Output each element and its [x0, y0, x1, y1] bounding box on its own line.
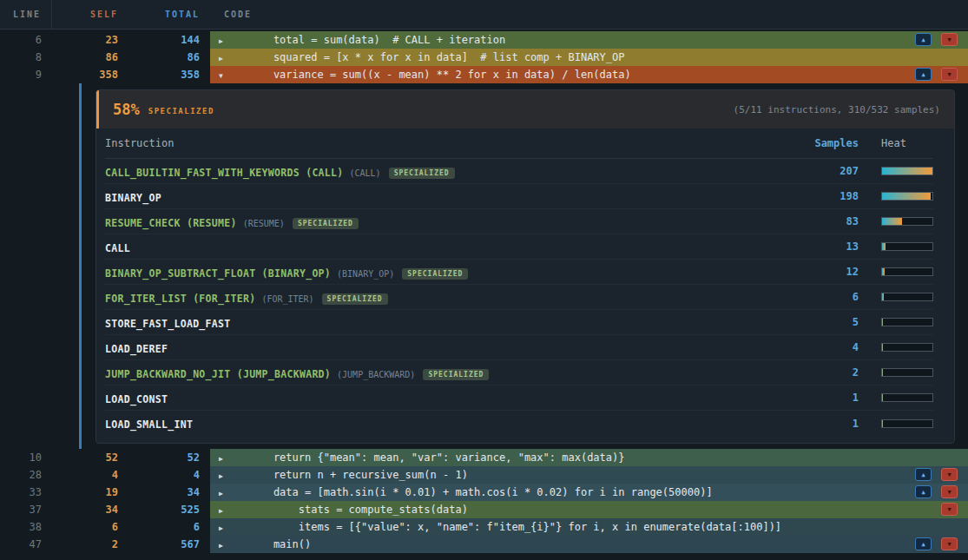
heat-bar-fill [882, 293, 884, 300]
expand-arrow-icon[interactable]: ▶ [210, 520, 248, 536]
instruction-name: LOAD_CONST [105, 393, 168, 405]
heat-bar [881, 217, 933, 226]
instruction-base-name: (FOR_ITER) [261, 294, 313, 304]
instruction-row: RESUME_CHECK (RESUME)(RESUME)SPECIALIZED… [105, 209, 933, 234]
heat-bar-fill [882, 420, 883, 427]
expand-arrow-icon[interactable]: ▶ [210, 468, 248, 484]
instruction-name: LOAD_DEREF [105, 343, 168, 355]
instruction-samples: 1 [798, 418, 859, 430]
heat-bar-fill [882, 394, 883, 401]
code-cell[interactable]: ▶ return n + recursive_sum(n - 1)▲▼ [210, 466, 968, 484]
row-nav-buttons: ▲▼ [915, 68, 958, 81]
specialization-counts: (5/11 instructions, 310/532 samples) [734, 104, 940, 115]
expand-arrow-icon[interactable]: ▶ [210, 50, 248, 66]
instruction-row: CALL 13 [105, 234, 933, 260]
expand-arrow-icon[interactable]: ▶ [210, 451, 248, 466]
samples-column-header[interactable]: Samples [798, 137, 859, 149]
line-number: 33 [0, 484, 52, 501]
expand-arrow-icon[interactable]: ▼ [210, 68, 248, 83]
instruction-rows: CALL_BUILTIN_FAST_WITH_KEYWORDS (CALL)(C… [105, 159, 933, 436]
row-nav-buttons: ▲▼ [915, 537, 958, 550]
instruction-row: LOAD_SMALL_INT 1 [105, 411, 933, 436]
instruction-name: JUMP_BACKWARD_NO_JIT (JUMP_BACKWARD) [105, 368, 331, 380]
heat-bar-fill [882, 344, 883, 351]
jump-down-button[interactable]: ▼ [941, 503, 958, 516]
jump-up-button[interactable]: ▲ [915, 33, 932, 46]
code-line-row[interactable]: 10 52 52 ▶ return {"mean": mean, "var": … [0, 449, 968, 466]
jump-up-button[interactable]: ▲ [915, 537, 932, 550]
specialized-badge: SPECIALIZED [322, 293, 388, 305]
jump-down-button[interactable]: ▼ [941, 485, 958, 498]
code-cell[interactable]: ▶ stats = compute_stats(data)▲▼ [210, 501, 968, 518]
jump-up-button[interactable]: ▲ [915, 468, 932, 481]
code-cell[interactable]: ▼ variance = sum((x - mean) ** 2 for x i… [210, 66, 968, 83]
instruction-row: FOR_ITER_LIST (FOR_ITER)(FOR_ITER)SPECIA… [105, 285, 933, 310]
instruction-name: BINARY_OP_SUBTRACT_FLOAT (BINARY_OP) [105, 267, 331, 280]
code-text: return {"mean": mean, "var": variance, "… [248, 451, 624, 464]
code-rows-top: 6 23 144 ▶ total = sum(data) # CALL + it… [0, 31, 968, 83]
total-samples: 358 [128, 66, 208, 83]
instruction-name-cell: FOR_ITER_LIST (FOR_ITER)(FOR_ITER)SPECIA… [105, 289, 798, 306]
instruction-name: RESUME_CHECK (RESUME) [105, 217, 237, 229]
self-samples: 4 [52, 466, 128, 484]
code-line-row[interactable]: 47 2 567 ▶ main()▲▼ [0, 536, 968, 553]
code-text: return n + recursive_sum(n - 1) [248, 469, 468, 481]
total-samples: 4 [128, 466, 208, 484]
jump-up-button[interactable]: ▲ [915, 68, 932, 81]
expand-arrow-icon[interactable]: ▶ [210, 537, 248, 553]
self-samples: 358 [52, 66, 128, 83]
code-cell[interactable]: ▶ total = sum(data) # CALL + iteration▲▼ [210, 31, 968, 49]
code-line-row[interactable]: 37 34 525 ▶ stats = compute_stats(data)▲… [0, 501, 968, 518]
code-line-row[interactable]: 38 6 6 ▶ items = [{"value": x, "name": f… [0, 518, 968, 536]
instruction-name-cell: LOAD_DEREF [105, 339, 798, 356]
instruction-table-header: Instruction Samples Heat [105, 128, 933, 159]
col-header-total[interactable]: TOTAL [128, 0, 208, 29]
instruction-samples: 6 [798, 291, 859, 303]
instruction-name-cell: BINARY_OP [105, 188, 798, 205]
self-samples: 34 [52, 501, 128, 518]
heat-bar-fill [882, 193, 931, 200]
code-cell[interactable]: ▶ items = [{"value": x, "name": f"item_{… [210, 518, 968, 536]
heat-bar [881, 393, 933, 402]
instruction-samples: 1 [798, 392, 859, 404]
expand-arrow-icon[interactable]: ▶ [210, 503, 248, 518]
heat-bar-fill [882, 218, 902, 225]
code-line-row[interactable]: 28 4 4 ▶ return n + recursive_sum(n - 1)… [0, 466, 968, 484]
jump-down-button[interactable]: ▼ [941, 68, 958, 81]
instruction-row: LOAD_CONST 1 [105, 385, 933, 411]
specialized-badge: SPECIALIZED [389, 168, 455, 179]
jump-down-button[interactable]: ▼ [941, 468, 958, 481]
code-cell[interactable]: ▶ data = [math.sin(i * 0.01) + math.cos(… [210, 484, 968, 501]
instruction-samples: 4 [798, 341, 859, 353]
jump-down-button[interactable]: ▼ [941, 33, 958, 46]
code-rows-bottom: 10 52 52 ▶ return {"mean": mean, "var": … [0, 449, 968, 553]
col-header-self[interactable]: SELF [52, 0, 128, 29]
total-samples: 525 [128, 501, 208, 518]
code-line-row[interactable]: 8 86 86 ▶ squared = [x * x for x in data… [0, 49, 968, 66]
specialized-badge: SPECIALIZED [423, 369, 489, 380]
profiler-app: LINE SELF TOTAL CODE 6 23 144 ▶ total = … [0, 0, 968, 560]
code-text: items = [{"value": x, "name": f"item_{i}… [248, 521, 781, 533]
jump-down-button[interactable]: ▼ [941, 537, 958, 550]
instruction-name-cell: CALL [105, 239, 798, 255]
instruction-name: FOR_ITER_LIST (FOR_ITER) [105, 293, 255, 305]
line-number: 9 [0, 66, 52, 83]
col-header-code: CODE [208, 0, 968, 29]
code-line-row[interactable]: 9 358 358 ▼ variance = sum((x - mean) **… [0, 66, 968, 83]
expand-arrow-icon[interactable]: ▶ [210, 33, 248, 49]
self-samples: 19 [52, 484, 128, 501]
expand-arrow-icon[interactable]: ▶ [210, 485, 248, 501]
heat-bar [881, 167, 933, 175]
code-text: main() [248, 538, 311, 550]
code-line-row[interactable]: 33 19 34 ▶ data = [math.sin(i * 0.01) + … [0, 484, 968, 501]
code-cell[interactable]: ▶ return {"mean": mean, "var": variance,… [210, 449, 968, 466]
self-samples: 2 [52, 536, 128, 553]
line-number: 28 [0, 466, 52, 484]
code-cell[interactable]: ▶ main()▲▼ [210, 536, 968, 553]
instruction-name-cell: JUMP_BACKWARD_NO_JIT (JUMP_BACKWARD)(JUM… [105, 365, 798, 381]
total-samples: 86 [128, 49, 208, 66]
code-cell[interactable]: ▶ squared = [x * x for x in data] # list… [210, 49, 968, 66]
jump-up-button[interactable]: ▲ [915, 485, 932, 498]
instruction-table: Instruction Samples Heat CALL_BUILTIN_FA… [96, 128, 954, 443]
code-line-row[interactable]: 6 23 144 ▶ total = sum(data) # CALL + it… [0, 31, 968, 49]
